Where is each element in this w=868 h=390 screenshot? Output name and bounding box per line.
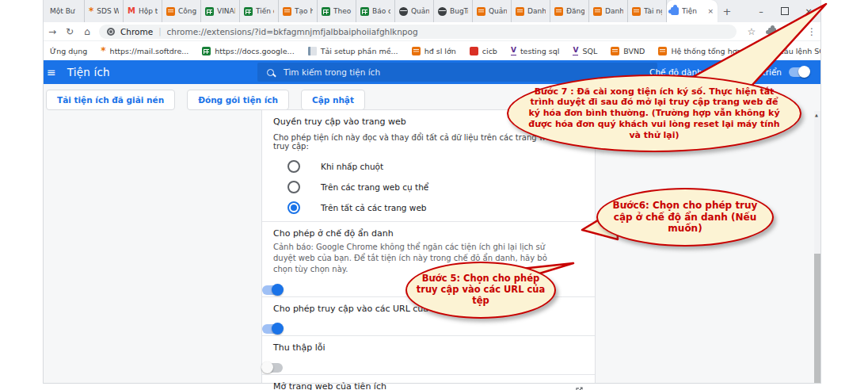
invoice-icon	[658, 47, 667, 55]
action-button-0[interactable]: Tải tiện ích đã giải nén	[46, 90, 175, 110]
tab-9[interactable]: Quản lý	[395, 0, 434, 22]
tab-11[interactable]: Quản lý	[473, 0, 512, 22]
action-button-2[interactable]: Cập nhật	[301, 90, 365, 110]
radio-unselected-icon[interactable]	[287, 160, 300, 173]
reload-button[interactable]: ↻	[61, 26, 78, 37]
bookmark-1[interactable]: *https://mail.softdre...	[101, 46, 188, 55]
callout-step-5-text: Bước 5: Chọn cho phép truy cập vào các U…	[416, 273, 546, 306]
tab-7[interactable]: Theo dõ	[318, 0, 356, 22]
page-info-icon[interactable]	[107, 28, 115, 36]
url-prefix: Chrome	[120, 27, 153, 36]
bookmark-10[interactable]: @13 câu lệnh SQL qu...	[756, 47, 821, 55]
page-scrollbar[interactable]: ▲	[814, 111, 820, 383]
bookmark-label: Hệ thống tổng hợp	[671, 47, 741, 55]
bookmark-2[interactable]: https://docs.google...	[202, 47, 294, 55]
bookmark-label: 13 câu lệnh SQL qu...	[768, 47, 821, 55]
scrollbar-up-icon[interactable]: ▲	[815, 113, 818, 117]
setup-icon	[308, 47, 317, 55]
tab-8[interactable]: Báo cáo	[356, 0, 395, 22]
tab-label: Quản lý	[411, 7, 429, 15]
developer-mode-toggle[interactable]	[789, 67, 809, 77]
tab-active-extensions[interactable]: Tiện ×	[667, 0, 718, 22]
tab-label: Theo dõ	[333, 7, 352, 15]
radio-label: Trên các trang web cụ thể	[321, 182, 428, 192]
row-title: Mở trang web của tiện ích	[273, 381, 584, 390]
bookmark-star-icon[interactable]: ☆	[743, 26, 760, 37]
row-open-extension-website[interactable]: Mở trang web của tiện ích	[262, 374, 595, 390]
error-collection-toggle[interactable]	[262, 363, 283, 373]
tab-3[interactable]: Công ty	[162, 0, 201, 22]
row-error-collection[interactable]: Thu thập lỗi	[262, 335, 595, 374]
tab-close-icon[interactable]: ×	[707, 7, 714, 15]
url-divider: |	[158, 27, 161, 36]
bookmark-5[interactable]: cicb	[470, 47, 497, 55]
tab-1[interactable]: *SDS We	[85, 0, 124, 22]
browser-menu-icon[interactable]: ⋮	[803, 26, 820, 37]
tab-2[interactable]: MHộp thư	[124, 0, 162, 22]
radio-selected-icon[interactable]	[287, 201, 300, 214]
action-button-1[interactable]: Đóng gói tiện ích	[187, 90, 289, 110]
open-extension-website-external-link-icon[interactable]	[575, 383, 584, 390]
screenshot-canvas: Một Bư*SDS WeMHộp thưCông tyVINAFRTiến đ…	[0, 0, 868, 390]
address-bar[interactable]: Chrome | chrome://extensions/?id=bkfagmn…	[99, 25, 737, 39]
tab-13[interactable]: Đăng nh	[550, 0, 589, 22]
tab-label: Danh sá	[527, 7, 546, 15]
site-access-options: Khi nhấp chuộtTrên các trang web cụ thểT…	[273, 156, 584, 218]
forward-button[interactable]: →	[44, 26, 61, 37]
maximize-button[interactable]	[773, 0, 797, 22]
gmail-icon: M	[128, 7, 135, 15]
profile-avatar[interactable]	[784, 26, 795, 37]
toolbar-right: ☆ ⋮	[743, 26, 820, 37]
tab-14[interactable]: Danh sá	[589, 0, 628, 22]
red-icon	[470, 47, 478, 55]
tab-5[interactable]: Tiến độ	[240, 0, 279, 22]
tab-label: Tiến độ	[256, 7, 274, 15]
bookmark-label: https://mail.softdre...	[110, 47, 189, 55]
site-access-option-2[interactable]: Trên tất cả các trang web	[273, 197, 584, 218]
hamburger-menu-icon[interactable]: ≡	[47, 66, 56, 78]
tab-10[interactable]: BugTra	[434, 0, 473, 22]
callout-step-6: Bước6: Chọn cho phép truy cập ở chế độ ẩ…	[596, 188, 774, 247]
globe-icon	[438, 7, 447, 16]
site-access-option-0[interactable]: Khi nhấp chuột	[273, 156, 584, 177]
bookmark-7[interactable]: VSQL	[573, 47, 597, 55]
bookmark-label: Tải setup phần mề...	[321, 47, 398, 55]
tab-6[interactable]: Tạo hóa	[279, 0, 318, 22]
at-icon: @	[756, 47, 764, 55]
bookmark-6[interactable]: Vtesting sql	[511, 47, 560, 55]
tab-label: Tiện	[682, 7, 697, 15]
scrollbar-thumb[interactable]	[814, 254, 820, 383]
tab-list: Một Bư*SDS WeMHộp thưCông tyVINAFRTiến đ…	[46, 0, 667, 22]
bookmark-8[interactable]: BVND	[611, 47, 645, 55]
close-button[interactable]: ×	[797, 0, 820, 22]
bookmark-3[interactable]: Tải setup phần mề...	[308, 47, 398, 55]
tab-15[interactable]: Tài ngu	[628, 0, 667, 22]
tab-label: Một Bư	[50, 7, 75, 15]
tab-4[interactable]: VINAFR	[201, 0, 240, 22]
bookmark-9[interactable]: Hệ thống tổng hợp	[658, 47, 741, 55]
search-placeholder: Tìm kiếm trong tiện ích	[284, 67, 380, 77]
file-url-access-toggle[interactable]	[262, 324, 283, 334]
radio-unselected-icon[interactable]	[287, 181, 300, 193]
bookmark-0[interactable]: Ứng dụng	[50, 47, 87, 55]
site-access-option-1[interactable]: Trên các trang web cụ thể	[273, 177, 584, 197]
tab-0[interactable]: Một Bư	[46, 0, 85, 22]
extension-detail-panel: Quyền truy cập vào trang web Cho phép ti…	[261, 109, 596, 383]
tab-label: Công ty	[178, 7, 196, 15]
home-button[interactable]: ⌂	[78, 26, 96, 37]
radio-label: Trên tất cả các trang web	[321, 203, 427, 212]
new-tab-button[interactable]: +	[718, 0, 737, 22]
tab-label: Báo cáo	[372, 7, 390, 15]
callout-step-6-text: Bước6: Chọn cho phép truy cập ở chế độ ẩ…	[607, 200, 763, 234]
tab-label: Danh sá	[605, 7, 623, 15]
tab-12[interactable]: Danh sá	[512, 0, 550, 22]
allow-incognito-toggle[interactable]	[262, 285, 283, 295]
minimize-button[interactable]: –	[749, 0, 773, 22]
tab-label: BugTra	[450, 7, 468, 15]
bookmark-label: testing sql	[520, 47, 560, 55]
bookmark-4[interactable]: hđ sl lớn	[412, 47, 456, 55]
invoice-icon	[554, 7, 563, 16]
url-text: chrome://extensions/?id=bkfagmnjmfjalbba…	[167, 27, 418, 36]
row-title: Cho phép ở chế độ ẩn danh	[273, 228, 584, 239]
extension-icon[interactable]	[768, 28, 776, 36]
